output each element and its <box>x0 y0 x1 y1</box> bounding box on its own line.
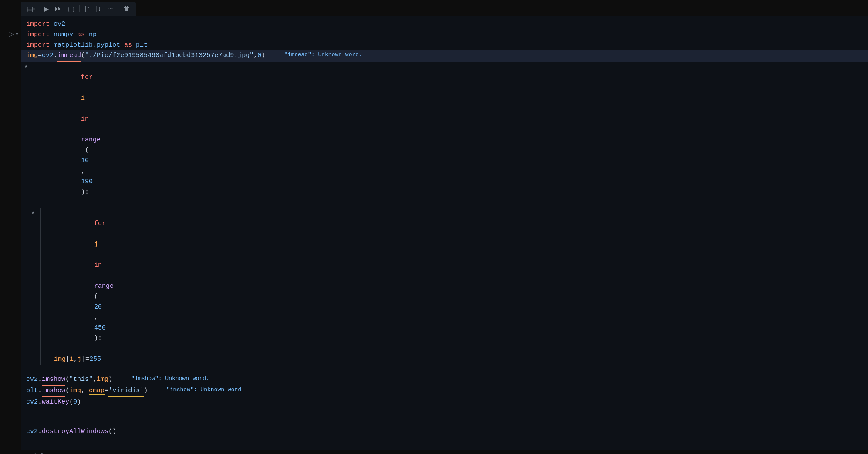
run-cell-button[interactable]: ▶ <box>41 3 51 14</box>
play-icon: ▷ <box>9 30 14 38</box>
insert-above-button[interactable]: |↑ <box>82 3 92 14</box>
var-img-4: img <box>69 386 81 396</box>
code-line-2: import numpy as np <box>21 30 868 40</box>
keyword-in-1: in <box>81 115 89 123</box>
num-190: 190 <box>81 178 93 185</box>
num-10: 10 <box>81 157 89 165</box>
num-450: 450 <box>94 324 106 332</box>
more-button[interactable]: ··· <box>105 3 115 14</box>
execution-bar: ✓ 1.6s <box>21 450 868 454</box>
stop-icon: ▢ <box>68 5 74 13</box>
code-line-empty-1 <box>21 365 868 374</box>
run-above-button[interactable]: ▤╴ <box>24 3 40 14</box>
imshow-hint-1: "imshow": Unknown word. <box>112 374 209 383</box>
fold-arrow-2[interactable]: ∨ <box>31 209 34 217</box>
imread-hint: "imread": Unknown word. <box>265 50 362 60</box>
toolbar-sep2 <box>118 5 118 12</box>
func-destroyall: destroyAllWindows <box>42 427 108 437</box>
keyword-import-3: import <box>26 40 50 50</box>
code-line-empty-2 <box>21 407 868 417</box>
keyword-import-1: import <box>26 19 50 30</box>
cell-toolbar: ▤╴ ▶ ⏭ ▢ |↑ |↓ ··· <box>21 2 136 16</box>
code-cell[interactable]: import cv2 import numpy as np import <box>21 16 868 450</box>
alias-np: np <box>89 30 97 40</box>
param-cmap: cmap <box>89 386 105 396</box>
alias-plt: plt <box>136 40 148 50</box>
keyword-import-2: import <box>26 30 50 40</box>
keyword-for-2: for <box>94 220 106 227</box>
delete-icon: 🗑 <box>123 5 130 13</box>
insert-above-icon: |↑ <box>84 5 90 13</box>
var-img-2: img <box>54 354 66 365</box>
code-line-empty-3 <box>21 417 868 427</box>
more-icon: ··· <box>107 5 113 13</box>
num-0-2: 0 <box>73 397 77 407</box>
indent-bar-1 <box>40 208 41 354</box>
keyword-as-2: as <box>124 40 132 50</box>
fold-arrow-1[interactable]: ∨ <box>24 63 27 71</box>
code-line-7: img [ i , j ]= 255 <box>21 354 868 365</box>
code-line-11: cv2 . destroyAllWindows () <box>21 427 868 437</box>
code-line-8: cv2 . imshow ( "this" , img ) "imshow": … <box>21 374 868 386</box>
var-j-2: j <box>78 354 81 365</box>
var-j: j <box>94 241 98 248</box>
run-label: ▾ <box>16 31 18 37</box>
func-range-1: range <box>81 136 101 144</box>
num-0: 0 <box>257 50 261 61</box>
num-20: 20 <box>94 303 102 311</box>
insert-below-icon: |↓ <box>96 5 101 13</box>
plt-ref: plt <box>26 386 38 396</box>
run-icon: ▶ <box>44 5 49 13</box>
stop-button[interactable]: ▢ <box>66 3 77 14</box>
keyword-for-1: for <box>81 74 93 81</box>
code-line-10: cv2 . waitKey ( 0 ) <box>21 397 868 407</box>
run-all-button[interactable]: ▷ ▾ <box>9 30 18 38</box>
func-range-2: range <box>94 282 114 290</box>
module-matplotlib: matplotlib.pyplot <box>54 40 120 50</box>
var-i-2: i <box>70 354 74 365</box>
var-img-3: img <box>97 374 108 385</box>
indent-bar-2 <box>40 354 41 365</box>
func-imread: imread <box>57 50 81 62</box>
module-numpy: numpy <box>54 30 73 40</box>
imshow-hint-2: "imshow": Unknown word. <box>148 386 245 395</box>
cell-play-gutter: ▷ ▾ <box>0 16 21 454</box>
num-255: 255 <box>89 354 101 365</box>
module-cv2: cv2 <box>54 19 65 30</box>
var-i: i <box>81 94 85 102</box>
indent-bar-3 <box>54 354 54 365</box>
code-line-empty-4 <box>21 437 868 447</box>
keyword-as-1: as <box>77 30 85 40</box>
func-waitkey: waitKey <box>42 397 69 407</box>
code-line-5: ∨ for i in range ( 10 , 190 ): <box>21 62 868 208</box>
module-cv2-2: cv2 <box>42 50 54 61</box>
keyword-in-2: in <box>94 262 102 269</box>
string-this: "this" <box>69 374 93 385</box>
toolbar-sep1 <box>79 5 80 12</box>
delete-button[interactable]: 🗑 <box>121 3 132 14</box>
execution-time: 1.6s <box>33 452 47 454</box>
func-imshow-2: imshow <box>42 386 65 397</box>
notebook-container: ▷ ▾ ▤╴ ▶ ⏭ ▢ <box>0 0 868 454</box>
code-line-1: import cv2 <box>21 19 868 30</box>
func-imshow-1: imshow <box>42 374 65 386</box>
string-viridis: 'viridis' <box>108 386 144 397</box>
cv2-ref-2: cv2 <box>26 397 38 407</box>
check-icon: ✓ <box>26 452 30 454</box>
run-above-icon: ▤╴ <box>27 5 37 13</box>
code-line-3: import matplotlib.pyplot as plt <box>21 40 868 50</box>
cv2-ref-3: cv2 <box>26 427 38 437</box>
code-line-9: plt . imshow ( img , cmap = 'viridis' ) … <box>21 386 868 397</box>
insert-below-button[interactable]: |↓ <box>94 3 103 14</box>
string-path: "./Pic/f2e919585490afd1bebd313257e7ad9.j… <box>85 50 253 61</box>
run-next-icon: ⏭ <box>55 5 62 13</box>
var-img: img <box>26 50 38 61</box>
run-next-button[interactable]: ⏭ <box>53 3 64 14</box>
cv2-ref-1: cv2 <box>26 374 38 385</box>
code-line-6: ∨ for j in range ( 20 , 450 <box>21 208 868 354</box>
code-line-4: img = cv2 . imread ( "./Pic/f2e919585490… <box>21 50 868 62</box>
